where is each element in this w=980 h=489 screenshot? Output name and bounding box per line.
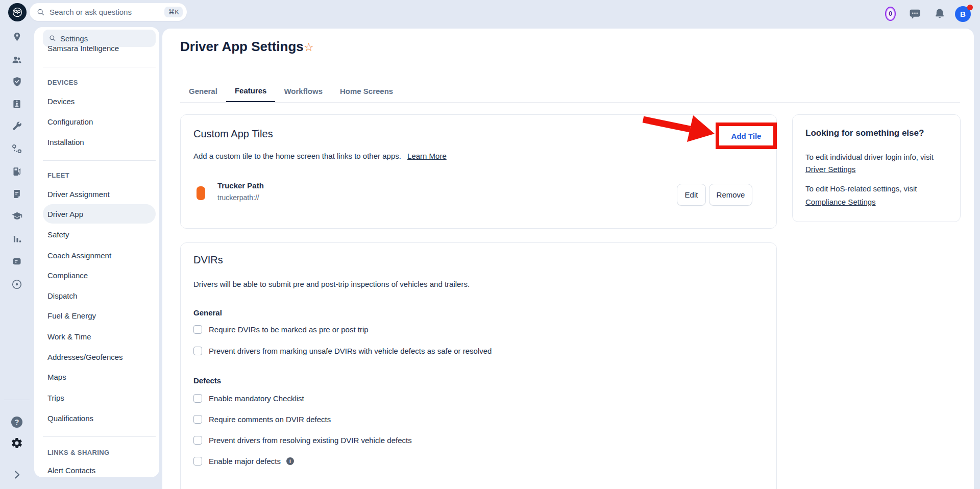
sidebar-item-driver-app[interactable]: Driver App — [47, 210, 83, 218]
main-content: Driver App Settings ☆ General Features W… — [162, 29, 974, 489]
rail-item-reports[interactable] — [0, 188, 34, 200]
checkbox-major-defects[interactable] — [193, 457, 202, 466]
learn-more-link[interactable]: Learn More — [407, 152, 447, 160]
settings-button[interactable] — [0, 437, 34, 449]
sidebar-item-fuel-energy[interactable]: Fuel & Energy — [47, 311, 96, 320]
tab-home-screens[interactable]: Home Screens — [331, 80, 402, 103]
rail-item-training[interactable] — [0, 211, 34, 222]
rail-item-feedback[interactable] — [0, 256, 34, 266]
global-search-input[interactable]: Search or ask questions ⌘K — [30, 3, 187, 21]
checkbox-row: Require comments on DVIR defects — [193, 415, 331, 424]
bell-icon — [934, 7, 946, 20]
page-title: Driver App Settings — [180, 39, 304, 55]
sidebar-item-devices[interactable]: Devices — [47, 97, 75, 106]
tab-workflows[interactable]: Workflows — [275, 80, 331, 103]
chevron-right-icon — [11, 469, 22, 480]
notifications-button[interactable] — [934, 7, 946, 20]
driver-settings-link[interactable]: Driver Settings — [805, 165, 855, 174]
rail-item-insights[interactable] — [0, 233, 34, 244]
sidebar-item-driver-assignment[interactable]: Driver Assignment — [47, 190, 110, 199]
expand-sidebar-button[interactable] — [0, 469, 34, 480]
help-button[interactable]: ? — [0, 417, 34, 428]
rewards-count: 0 — [889, 10, 892, 17]
sidebar-header-devices: DEVICES — [47, 79, 78, 86]
driver-login-text: To edit individual driver login info, vi… — [805, 153, 934, 161]
dvirs-card: DVIRs Drivers will be able to submit pre… — [180, 242, 777, 489]
sidebar-item-work-time[interactable]: Work & Time — [47, 332, 91, 341]
compliance-settings-link[interactable]: Compliance Settings — [805, 198, 876, 206]
sidebar-divider — [43, 160, 156, 161]
owl-icon — [12, 7, 23, 18]
tab-divider — [180, 102, 960, 103]
fuel-pump-icon — [12, 166, 22, 177]
rail-item-fuel-energy[interactable] — [0, 166, 34, 177]
rail-item-safety[interactable] — [0, 76, 34, 87]
general-subheader: General — [193, 308, 222, 317]
dvirs-description: Drivers will be able to submit pre and p… — [193, 280, 470, 288]
rail-item-maintenance[interactable] — [0, 121, 34, 132]
card-description: Add a custom tile to the home screen tha… — [193, 152, 447, 160]
edit-button[interactable]: Edit — [677, 184, 706, 206]
checkbox-prevent-resolving[interactable] — [193, 436, 202, 445]
sidebar-header-links-sharing: LINKS & SHARING — [47, 449, 110, 456]
sidebar-item-addresses-geofences[interactable]: Addresses/Geofences — [47, 353, 123, 361]
favorite-star-icon[interactable]: ☆ — [304, 41, 314, 54]
checkbox-prevent-unsafe[interactable] — [193, 347, 202, 355]
rail-item-id-badge[interactable] — [0, 99, 34, 110]
notification-dot — [967, 5, 973, 10]
checkbox-row: Enable major defects i — [193, 457, 294, 466]
id-badge-icon — [12, 99, 22, 110]
sidebar-item-installation[interactable]: Installation — [47, 138, 84, 146]
sidebar-search-input[interactable]: Settings — [43, 30, 156, 47]
avatar-initial: B — [960, 10, 966, 18]
checkbox-require-comments[interactable] — [193, 415, 202, 424]
graduation-cap-icon — [11, 211, 23, 222]
settings-sidebar: Settings Samsara Intelligence DEVICES De… — [34, 27, 159, 477]
checkbox-require-pre-post[interactable] — [193, 325, 202, 334]
sidebar-item-configuration[interactable]: Configuration — [47, 117, 93, 126]
gear-icon — [11, 437, 23, 449]
sidebar-item-dispatch[interactable]: Dispatch — [47, 291, 77, 300]
search-icon — [37, 8, 45, 16]
report-icon — [12, 188, 22, 200]
location-icon — [12, 32, 22, 42]
wrench-icon — [12, 121, 22, 132]
sidebar-item-qualifications[interactable]: Qualifications — [47, 414, 93, 423]
messages-button[interactable] — [909, 7, 921, 20]
rewards-badge[interactable]: 0 — [885, 7, 896, 21]
annotation-arrow-icon — [637, 113, 721, 153]
sidebar-item-coach-assignment[interactable]: Coach Assignment — [47, 251, 111, 260]
help-card: Looking for something else? To edit indi… — [792, 114, 961, 222]
rail-item-compass[interactable] — [0, 279, 34, 290]
sidebar-search-placeholder: Settings — [60, 34, 88, 43]
card-title: DVIRs — [193, 254, 223, 266]
sidebar-item-safety[interactable]: Safety — [47, 230, 69, 239]
samsara-logo[interactable] — [8, 3, 27, 21]
info-icon[interactable]: i — [286, 457, 294, 465]
rail-item-people[interactable] — [0, 55, 34, 65]
sidebar-item-alert-contacts[interactable]: Alert Contacts — [47, 466, 95, 475]
tab-bar: General Features Workflows Home Screens — [180, 80, 402, 103]
shield-check-icon — [12, 76, 22, 87]
add-tile-button[interactable]: Add Tile — [716, 123, 777, 149]
rail-item-routes[interactable] — [0, 143, 34, 154]
rail-item-location[interactable] — [0, 32, 34, 42]
checkbox-row: Enable mandatory Checklist — [193, 394, 304, 403]
defects-subheader: Defects — [193, 376, 221, 385]
help-icon: ? — [11, 417, 22, 428]
help-card-title: Looking for something else? — [805, 128, 924, 138]
tab-general[interactable]: General — [180, 80, 226, 103]
bar-chart-icon — [12, 233, 22, 244]
sidebar-item-maps[interactable]: Maps — [47, 373, 66, 381]
tab-features[interactable]: Features — [226, 80, 276, 103]
feedback-card-icon — [11, 256, 22, 266]
sidebar-item-trips[interactable]: Trips — [47, 394, 64, 402]
compass-icon — [11, 279, 22, 290]
route-icon — [11, 143, 22, 154]
sidebar-header-fleet: FLEET — [47, 172, 69, 179]
checkbox-mandatory-checklist[interactable] — [193, 394, 202, 403]
checkbox-row: Prevent drivers from marking unsafe DVIR… — [193, 347, 492, 355]
remove-button[interactable]: Remove — [709, 184, 752, 206]
sidebar-item-samsara-intelligence[interactable]: Samsara Intelligence — [47, 46, 119, 54]
sidebar-item-compliance[interactable]: Compliance — [47, 271, 88, 280]
